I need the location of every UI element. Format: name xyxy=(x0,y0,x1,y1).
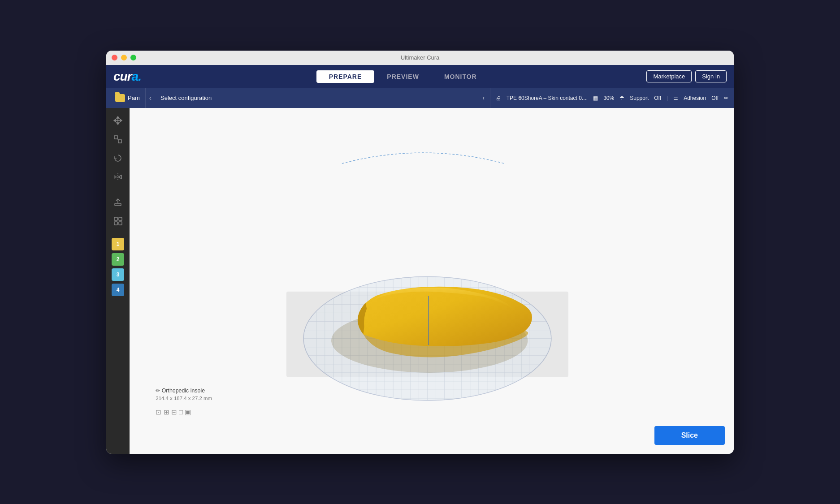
tab-prepare[interactable]: PREPARE xyxy=(316,70,375,83)
maximize-button[interactable] xyxy=(130,55,136,60)
adhesion-icon: ⚌ xyxy=(673,95,678,101)
sidebar: 1 2 3 4 xyxy=(106,108,130,454)
slice-button[interactable]: Slice xyxy=(654,426,725,445)
window-title: Ultimaker Cura xyxy=(401,54,440,61)
title-bar: Ultimaker Cura xyxy=(106,51,734,65)
svg-rect-6 xyxy=(114,217,117,220)
svg-rect-9 xyxy=(119,222,122,225)
tool-mirror[interactable] xyxy=(109,168,127,186)
svg-rect-1 xyxy=(118,140,121,143)
config-selector[interactable]: Select configuration ‹ xyxy=(155,88,490,108)
logo: cura. xyxy=(113,69,141,84)
folder-icon xyxy=(115,94,125,102)
svg-rect-4 xyxy=(115,203,121,206)
logo-dot: a xyxy=(132,69,139,83)
folder-chevron: ‹ xyxy=(146,94,155,102)
svg-rect-7 xyxy=(114,222,117,225)
tool-settings[interactable] xyxy=(109,212,127,230)
folder-name: Pam xyxy=(128,95,140,101)
3d-viewport-svg: ✏ Orthopedic insole 214.4 x 187.4 x 27.2… xyxy=(130,108,734,454)
svg-text:214.4 x 187.4 x 27.2 mm: 214.4 x 187.4 x 27.2 mm xyxy=(156,395,212,401)
support-label: Support xyxy=(630,95,649,101)
main-window: Ultimaker Cura cura. PREPARE PREVIEW MON… xyxy=(106,51,734,454)
close-button[interactable] xyxy=(112,55,117,60)
config-chevron: ‹ xyxy=(482,95,484,101)
layer-3-btn[interactable]: 3 xyxy=(112,268,124,281)
marketplace-button[interactable]: Marketplace xyxy=(646,70,692,82)
svg-rect-8 xyxy=(119,217,122,220)
main-area: 1 2 3 4 xyxy=(106,108,734,454)
tool-rotate[interactable] xyxy=(109,149,127,167)
infill-value: 30% xyxy=(603,95,614,101)
printer-label: TPE 60ShoreA – Skin contact 0.... xyxy=(507,95,588,101)
adhesion-value: Off xyxy=(711,95,719,101)
layer-1-btn[interactable]: 1 xyxy=(112,238,124,250)
tab-preview[interactable]: PREVIEW xyxy=(374,70,432,83)
svg-text:⊡  ⊞  ⊟  □  ▣: ⊡ ⊞ ⊟ □ ▣ xyxy=(156,408,191,416)
layer-2-btn[interactable]: 2 xyxy=(112,253,124,266)
minimize-button[interactable] xyxy=(121,55,127,60)
toolbar: Pam ‹ Select configuration ‹ 🖨 TPE 60Sho… xyxy=(106,88,734,108)
settings-icon[interactable]: ✏ xyxy=(724,95,728,101)
folder-selector[interactable]: Pam xyxy=(110,88,146,108)
signin-button[interactable]: Sign in xyxy=(695,70,727,82)
tool-scale[interactable] xyxy=(109,130,127,148)
svg-rect-0 xyxy=(114,136,117,139)
adhesion-label: Adhesion xyxy=(684,95,706,101)
separator1: | xyxy=(667,95,668,101)
toolbar-right: 🖨 TPE 60ShoreA – Skin contact 0.... ▦ 30… xyxy=(490,95,734,101)
tool-support[interactable] xyxy=(109,193,127,211)
support-value: Off xyxy=(654,95,661,101)
layer-4-btn[interactable]: 4 xyxy=(112,284,124,296)
config-label: Select configuration xyxy=(160,95,212,101)
tab-monitor[interactable]: MONITOR xyxy=(432,70,489,83)
infill-icon: ▦ xyxy=(593,95,598,101)
support-icon: ☂ xyxy=(619,95,624,101)
tool-move[interactable] xyxy=(109,112,127,129)
nav-tabs: PREPARE PREVIEW MONITOR xyxy=(159,70,647,83)
printer-icon: 🖨 xyxy=(496,95,501,101)
svg-line-2 xyxy=(117,139,118,140)
svg-text:✏ Orthopedic insole: ✏ Orthopedic insole xyxy=(156,387,205,393)
nav-right: Marketplace Sign in xyxy=(646,70,727,82)
top-nav: cura. PREPARE PREVIEW MONITOR Marketplac… xyxy=(106,65,734,88)
viewport[interactable]: ✏ Orthopedic insole 214.4 x 187.4 x 27.2… xyxy=(130,108,734,454)
